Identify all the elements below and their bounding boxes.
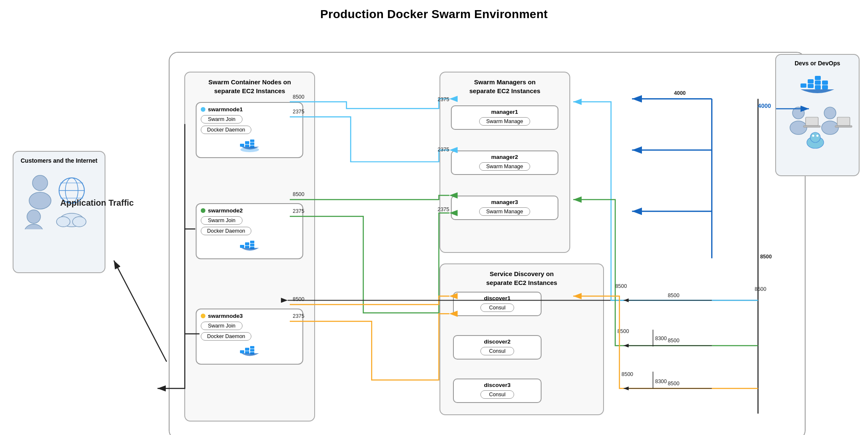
svg-rect-15	[250, 140, 254, 142]
devops-person-icon	[779, 105, 855, 151]
node1-box: swarmnode1 Swarm Join Docker Daemon	[196, 102, 303, 158]
node1-docker-icon	[238, 136, 261, 153]
svg-text:8500: 8500	[617, 328, 629, 334]
svg-point-10	[57, 217, 70, 227]
svg-text:4000: 4000	[674, 90, 686, 96]
manager3-box: manager3 Swarm Manage	[451, 196, 558, 220]
svg-rect-80	[837, 117, 850, 126]
discover1-box: discover1 Consul	[453, 292, 542, 316]
svg-rect-76	[806, 117, 818, 126]
node1-title: swarmnode1	[201, 106, 298, 113]
discover3-consul: Consul	[480, 390, 515, 399]
node2-title: swarmnode2	[201, 207, 298, 214]
node3-dot	[201, 314, 205, 318]
manager3-title: manager3	[456, 199, 553, 205]
devops-title: Devs or DevOps	[776, 55, 859, 68]
node2-dot	[201, 208, 205, 213]
main-env-box: Swarm Container Nodes onseparate EC2 Ins…	[169, 52, 806, 435]
managers-panel: Swarm Managers onseparate EC2 Instances …	[439, 72, 570, 253]
discovery-panel-title: Service Discovery onseparate EC2 Instanc…	[440, 264, 603, 290]
svg-point-0	[32, 175, 48, 191]
svg-rect-28	[250, 346, 254, 349]
port-4000-label: 4000	[758, 102, 771, 109]
node3-box: swarmnode3 Swarm Join Docker Daemon	[196, 309, 303, 365]
svg-rect-71	[815, 85, 821, 89]
svg-text:8500: 8500	[668, 338, 679, 344]
page-title: Production Docker Swarm Environment	[0, 0, 868, 24]
manager2-title: manager2	[456, 154, 553, 160]
node1-swarm-join: Swarm Join	[201, 115, 243, 124]
svg-point-85	[817, 135, 819, 137]
app-traffic-label: Application Traffic	[53, 197, 141, 208]
discovery-panel: Service Discovery onseparate EC2 Instanc…	[439, 263, 604, 415]
svg-text:8500: 8500	[755, 286, 766, 292]
svg-rect-19	[240, 245, 244, 248]
nodes-panel-title: Swarm Container Nodes onseparate EC2 Ins…	[185, 72, 314, 98]
discover2-consul: Consul	[480, 347, 515, 355]
svg-text:8500: 8500	[760, 254, 772, 260]
manager1-title: manager1	[456, 109, 553, 115]
svg-text:8500: 8500	[668, 293, 679, 298]
svg-text:8500: 8500	[668, 381, 679, 387]
manager2-box: manager2 Swarm Manage	[451, 150, 558, 175]
node3-title: swarmnode3	[201, 313, 298, 319]
svg-rect-66	[801, 83, 806, 88]
manager2-swarm-manage: Swarm Manage	[479, 162, 531, 171]
discover2-title: discover2	[458, 338, 536, 345]
svg-rect-73	[822, 85, 828, 89]
svg-point-8	[24, 224, 43, 229]
svg-rect-20	[245, 242, 249, 245]
node2-docker-daemon: Docker Daemon	[201, 227, 251, 235]
svg-rect-72	[822, 81, 828, 85]
devops-docker-icon	[798, 72, 836, 101]
svg-point-1	[29, 192, 51, 209]
svg-rect-26	[245, 348, 249, 351]
node1-dot	[201, 107, 205, 112]
svg-point-74	[793, 107, 804, 119]
svg-rect-22	[250, 241, 254, 243]
svg-rect-67	[808, 79, 814, 83]
discover1-consul: Consul	[480, 303, 515, 312]
svg-text:8500: 8500	[615, 283, 627, 289]
svg-rect-29	[250, 349, 254, 352]
node1-docker-daemon: Docker Daemon	[201, 126, 251, 134]
node2-box: swarmnode2 Swarm Join Docker Daemon	[196, 203, 303, 259]
svg-text:8500: 8500	[622, 371, 633, 377]
customers-panel: Customers and the Internet	[13, 151, 105, 273]
svg-rect-68	[808, 84, 814, 88]
svg-rect-12	[240, 144, 244, 147]
svg-rect-70	[815, 81, 821, 85]
svg-rect-16	[250, 142, 254, 145]
managers-panel-title: Swarm Managers onseparate EC2 Instances	[440, 72, 569, 98]
discover2-box: discover2 Consul	[453, 335, 542, 360]
svg-point-84	[812, 135, 814, 137]
node3-docker-daemon: Docker Daemon	[201, 332, 251, 341]
discover1-title: discover1	[458, 295, 536, 301]
svg-point-7	[27, 210, 40, 223]
svg-point-75	[790, 121, 807, 134]
manager3-swarm-manage: Swarm Manage	[479, 207, 531, 216]
svg-rect-23	[250, 244, 254, 246]
svg-rect-81	[835, 126, 852, 127]
svg-text:8300: 8300	[655, 336, 667, 341]
svg-point-11	[73, 217, 86, 227]
svg-rect-13	[245, 141, 249, 144]
node2-swarm-join: Swarm Join	[201, 216, 243, 225]
manager1-swarm-manage: Swarm Manage	[479, 117, 531, 126]
node3-swarm-join: Swarm Join	[201, 322, 243, 330]
svg-point-78	[824, 107, 836, 119]
manager1-box: manager1 Swarm Manage	[451, 105, 558, 130]
svg-point-79	[822, 121, 838, 134]
discover3-box: discover3 Consul	[453, 379, 542, 403]
customers-title: Customers and the Internet	[13, 152, 105, 167]
svg-rect-69	[815, 76, 821, 80]
nodes-panel: Swarm Container Nodes onseparate EC2 Ins…	[184, 72, 315, 422]
devops-panel: Devs or DevOps	[775, 54, 860, 176]
node3-docker-icon	[238, 343, 261, 360]
svg-point-83	[810, 132, 820, 142]
svg-rect-25	[240, 350, 244, 353]
svg-rect-77	[803, 126, 820, 127]
svg-text:8300: 8300	[655, 379, 667, 384]
node2-docker-icon	[238, 237, 261, 254]
discover3-title: discover3	[458, 382, 536, 388]
